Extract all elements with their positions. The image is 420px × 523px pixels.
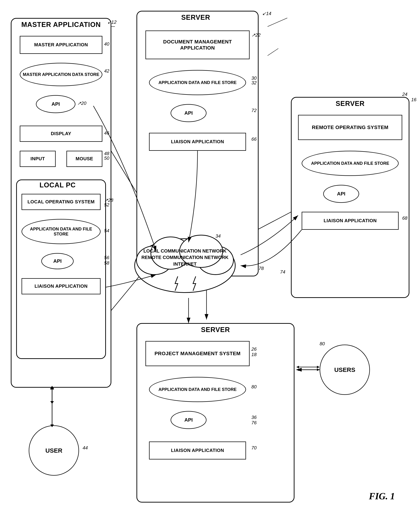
ref-42: 42 — [104, 68, 109, 74]
user-double-arrow — [43, 386, 61, 404]
project-users-arrow — [296, 363, 320, 373]
ref-74: 74 — [280, 269, 285, 275]
master-api: API — [36, 95, 75, 113]
ref-76: 76 — [251, 420, 257, 425]
ref-58: 58 — [104, 260, 109, 266]
ref-proj-18: 18 — [251, 352, 257, 357]
ref-70: 70 — [251, 445, 257, 451]
local-data-store: APPLICATION DATA AND FILE STORE — [22, 219, 100, 244]
mouse-box: MOUSE — [66, 151, 102, 167]
ref-72: 72 — [251, 108, 257, 113]
remote-os-box: REMOTE OPERATING SYSTEM — [298, 115, 402, 140]
remote-data-store: APPLICATION DATA AND FILE STORE — [302, 151, 399, 176]
svg-marker-29 — [296, 368, 299, 371]
master-data-store: MASTER APPLICATION DATA STORE — [20, 63, 102, 86]
remote-api: API — [323, 185, 359, 203]
ref-56: 56 — [104, 255, 109, 261]
svg-marker-18 — [50, 401, 54, 404]
master-app-box: MASTER APPLICATION — [20, 36, 102, 54]
ref-proj-26: 26 — [251, 346, 257, 352]
ref-40: 40 — [104, 41, 109, 47]
local-os-box: LOCAL OPERATING SYSTEM — [22, 194, 100, 210]
ref-14: ↙14 — [262, 11, 271, 16]
ref-46: 46 — [104, 130, 109, 136]
ref-16: 16 — [411, 97, 416, 102]
ref-22: ↗22 — [251, 32, 261, 38]
doc-liaison-box: LIAISON APPLICATION — [149, 133, 246, 151]
proj-api: API — [171, 411, 206, 429]
server-project-title: SERVER — [190, 326, 241, 334]
ref-68: 68 — [402, 215, 407, 221]
proj-liaison-box: LIAISON APPLICATION — [149, 441, 246, 459]
diagram: MASTER APPLICATION ↙12 MASTER APPLICATIO… — [0, 0, 420, 523]
svg-marker-26 — [296, 366, 299, 368]
ref-users-80: 80 — [320, 341, 325, 347]
remote-liaison-box: LIAISON APPLICATION — [302, 212, 399, 230]
network-label: LOCAL COMMUNICATION NETWORK REMOTE COMMU… — [133, 248, 237, 267]
ref-20: ↗20 — [77, 100, 86, 106]
ref-12: ↙12 — [107, 19, 116, 25]
server-remote-title: SERVER — [330, 100, 370, 107]
ref-32: 32 — [251, 80, 257, 86]
doc-data-store: APPLICATION DATA AND FILE STORE — [149, 70, 246, 95]
svg-marker-17 — [50, 386, 54, 389]
ref-54: 54 — [104, 228, 109, 234]
fig-label: FIG. 1 — [369, 491, 395, 501]
ref-24: 24 — [402, 91, 407, 97]
ref-78: 78 — [259, 266, 264, 271]
ref-66: 66 — [251, 136, 257, 142]
ref-50: 50 — [104, 155, 109, 161]
ref-34: 34 — [215, 233, 221, 239]
ref-52: 52 — [104, 202, 109, 208]
svg-marker-28 — [317, 368, 320, 371]
doc-api: API — [171, 104, 206, 122]
proj-mgmt-box: PROJECT MANAGEMENT SYSTEM — [145, 341, 250, 366]
ref-44: 44 — [82, 445, 88, 451]
server-doc-title: SERVER — [172, 14, 219, 21]
display-box: DISPLAY — [20, 126, 102, 142]
proj-data-store: APPLICATION DATA AND FILE STORE — [149, 377, 246, 402]
svg-line-14 — [268, 49, 278, 56]
user-circle: USER — [29, 425, 79, 476]
local-api: API — [41, 253, 74, 269]
users-circle: USERS — [320, 345, 370, 395]
svg-marker-25 — [317, 366, 320, 368]
ref-proj-36: 36 — [251, 415, 257, 420]
input-box: INPUT — [20, 151, 56, 167]
doc-mgmt-box: DOCUMENT MANAGEMENT APPLICATION — [145, 31, 250, 59]
svg-line-15 — [268, 18, 287, 27]
ref-proj-80: 80 — [251, 384, 257, 390]
local-pc-title: LOCAL PC — [40, 181, 76, 189]
master-app-title: MASTER APPLICATION — [16, 21, 106, 29]
local-liaison-box: LIAISON APPLICATION — [22, 278, 100, 294]
